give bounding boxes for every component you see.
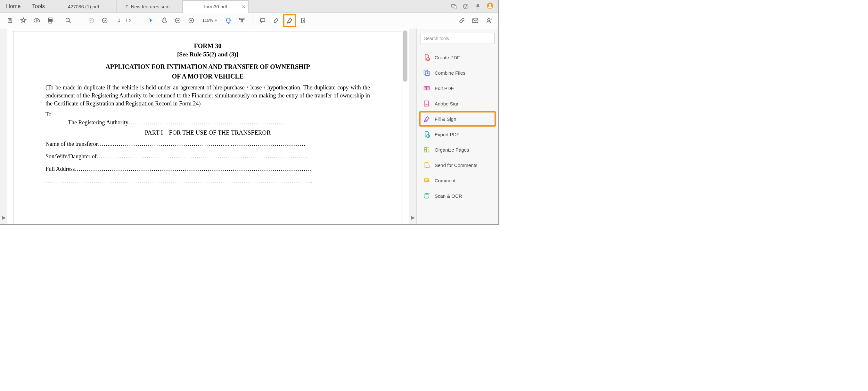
- doc-regauth: The Registering Authority…………………………………………: [68, 119, 370, 126]
- pan-tool-icon[interactable]: [158, 14, 171, 27]
- page-down-icon[interactable]: [98, 14, 111, 27]
- tool-fill-sign[interactable]: Fill & Sign: [419, 111, 496, 127]
- doc-title-2: [See Rule 55(2) and (3)]: [33, 51, 383, 58]
- share-link-icon[interactable]: [456, 14, 468, 27]
- page-separator: /: [126, 18, 127, 23]
- svg-rect-3: [454, 6, 457, 9]
- combine-icon: [423, 69, 430, 76]
- tab-1[interactable]: New features sum…: [117, 0, 183, 12]
- tool-label: Organize Pages: [435, 147, 469, 153]
- page-current-input[interactable]: [114, 18, 124, 23]
- tool-comment[interactable]: Comment: [421, 173, 495, 188]
- star-icon[interactable]: [17, 14, 30, 27]
- tool-label: Create PDF: [435, 55, 460, 60]
- share-people-icon[interactable]: [483, 14, 495, 27]
- svg-rect-9: [9, 21, 11, 23]
- search-tools-input[interactable]: Search tools: [421, 33, 495, 44]
- tools-button[interactable]: Tools: [26, 0, 51, 12]
- tool-label: Comment: [435, 178, 456, 183]
- tool-create-pdf[interactable]: Create PDF: [421, 50, 495, 65]
- tool-label: Export PDF: [435, 132, 460, 137]
- read-mode-icon[interactable]: [236, 14, 248, 27]
- tools-sidebar: Search tools Create PDF Combine Files Ed…: [416, 29, 498, 224]
- tool-adobe-sign[interactable]: Adobe Sign: [421, 96, 495, 111]
- shared-icon: [125, 4, 129, 9]
- svg-rect-18: [227, 18, 230, 22]
- chevron-right-icon: ▶: [2, 214, 6, 220]
- svg-rect-10: [49, 18, 52, 19]
- home-button[interactable]: Home: [0, 0, 26, 12]
- tab-2[interactable]: form30.pdf ✕: [183, 0, 249, 13]
- page-indicator: / 2: [114, 18, 132, 23]
- tool-organize-pages[interactable]: Organize Pages: [421, 142, 495, 157]
- adobe-sign-icon: [423, 100, 430, 107]
- svg-point-14: [89, 18, 94, 23]
- svg-rect-35: [424, 179, 430, 182]
- tool-label: Fill & Sign: [435, 116, 457, 122]
- svg-rect-36: [425, 194, 429, 197]
- chevron-right-icon: ▶: [411, 214, 415, 220]
- page-up-icon[interactable]: [85, 14, 98, 27]
- svg-point-7: [489, 4, 491, 6]
- doc-field-4: ……………………………………………………………………………………………………………: [45, 178, 370, 185]
- svg-point-1: [127, 5, 128, 6]
- zoom-out-icon[interactable]: [172, 14, 184, 27]
- navigation-pane-rail[interactable]: ▶: [0, 29, 7, 224]
- tool-combine-files[interactable]: Combine Files: [421, 65, 495, 81]
- doc-title-3: APPLICATION FOR INTIMATION AND TRANSFER …: [33, 62, 383, 81]
- zoom-in-icon[interactable]: [185, 14, 197, 27]
- toolbar-divider: [252, 16, 252, 25]
- zoom-select[interactable]: 115% ▾: [200, 17, 219, 24]
- tool-scan-ocr[interactable]: Scan & OCR: [421, 188, 495, 204]
- help-icon[interactable]: [463, 3, 469, 10]
- comment-icon[interactable]: [256, 14, 269, 27]
- print-icon[interactable]: [44, 14, 57, 27]
- search-placeholder: Search tools: [424, 36, 449, 41]
- mobile-link-icon[interactable]: [450, 3, 457, 10]
- svg-rect-19: [240, 18, 244, 19]
- doc-part-heading: PART I – FOR THE USE OF THE TRANSFEROR: [33, 129, 383, 136]
- tool-edit-pdf[interactable]: Edit PDF: [421, 81, 495, 96]
- scan-icon: [423, 192, 430, 199]
- tools-pane-flap[interactable]: ▶: [409, 29, 416, 224]
- stamp-icon[interactable]: [297, 14, 309, 27]
- document-page: FORM 30 [See Rule 55(2) and (3)] APPLICA…: [13, 31, 402, 224]
- top-right-controls: [445, 0, 498, 12]
- notifications-icon[interactable]: [475, 3, 481, 10]
- email-icon[interactable]: [469, 14, 482, 27]
- find-icon[interactable]: [62, 14, 74, 27]
- tab-bar: Home Tools 427086 (1).pdf New features s…: [0, 0, 498, 13]
- svg-point-0: [126, 4, 127, 5]
- svg-point-22: [488, 18, 490, 21]
- doc-field-1: Name of the transferor…….…………………………………………: [45, 141, 370, 147]
- fit-width-icon[interactable]: ▾: [222, 14, 235, 27]
- tab-0[interactable]: 427086 (1).pdf: [51, 0, 117, 12]
- svg-rect-20: [260, 19, 265, 22]
- scrollbar[interactable]: [403, 30, 407, 82]
- document-view[interactable]: FORM 30 [See Rule 55(2) and (3)] APPLICA…: [7, 29, 409, 224]
- highlight-icon[interactable]: [270, 14, 282, 27]
- svg-rect-34: [426, 165, 429, 167]
- cloud-upload-icon[interactable]: [30, 14, 43, 27]
- sign-icon[interactable]: [283, 14, 296, 27]
- chevron-down-icon: ▾: [215, 18, 217, 23]
- fill-sign-icon: [423, 115, 430, 122]
- close-tab-icon[interactable]: ✕: [242, 4, 246, 9]
- send-comments-icon: [423, 161, 430, 169]
- document-tabs: 427086 (1).pdf New features sum… form30.…: [51, 0, 445, 12]
- toolbar: / 2 115% ▾ ▾: [0, 13, 498, 28]
- export-icon: [423, 131, 430, 138]
- svg-rect-33: [427, 150, 429, 152]
- tool-label: Send for Comments: [435, 162, 477, 168]
- account-avatar[interactable]: [487, 3, 493, 10]
- tool-export-pdf[interactable]: Export PDF: [421, 127, 495, 142]
- tab-label: 427086 (1).pdf: [68, 4, 99, 9]
- tab-label: New features sum…: [131, 4, 175, 9]
- edit-icon: [423, 85, 430, 92]
- select-tool-icon[interactable]: [145, 14, 157, 27]
- svg-rect-31: [427, 147, 429, 149]
- tool-send-comments[interactable]: Send for Comments: [421, 157, 495, 173]
- svg-point-5: [465, 8, 466, 8]
- save-icon[interactable]: [3, 14, 16, 27]
- svg-rect-8: [9, 18, 11, 20]
